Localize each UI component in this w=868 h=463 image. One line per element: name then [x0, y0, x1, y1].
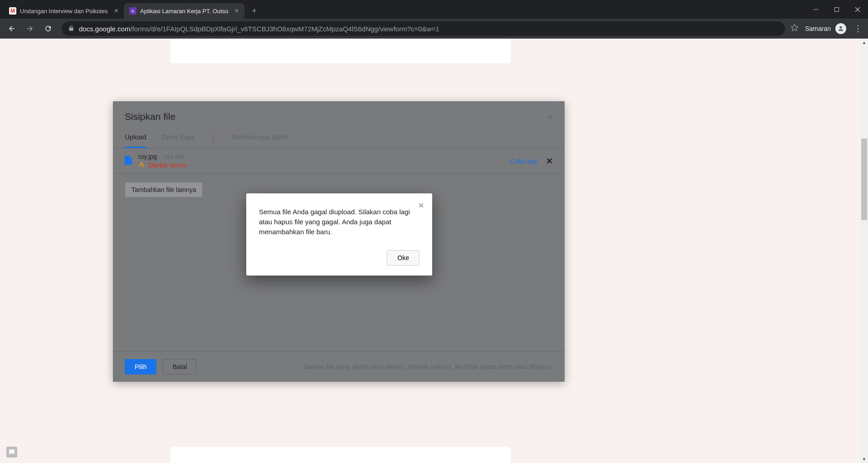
close-icon[interactable]: × [234, 7, 239, 15]
new-tab-button[interactable]: + [248, 5, 261, 17]
tab-title: Aplikasi Lamaran Kerja PT. Outso [140, 8, 228, 15]
warning-icon [138, 161, 145, 169]
footer-note: Salinan file yang dipilih akan dikirim. … [304, 363, 553, 370]
select-button[interactable]: Pilih [125, 359, 156, 374]
file-row: roy.jpg 154.44K Ditolak server Coba lagi… [113, 148, 565, 174]
form-card-fragment [171, 447, 511, 463]
back-button[interactable] [4, 20, 20, 37]
remove-file-button[interactable]: ✕ [546, 156, 553, 166]
svg-rect-1 [835, 7, 839, 11]
kebab-menu-icon[interactable]: ⋮ [852, 24, 864, 34]
scrollbar-thumb[interactable] [861, 138, 867, 220]
file-error-text: Ditolak server [148, 162, 187, 169]
ok-button[interactable]: Oke [387, 250, 419, 266]
svg-point-4 [839, 26, 842, 29]
avatar[interactable] [835, 23, 846, 34]
tab-title: Undangan Interview dan Psikotes [20, 8, 108, 15]
file-icon [125, 156, 132, 167]
url-field[interactable]: docs.google.com/forms/d/e/1FAIpQLSdpBDpX… [62, 21, 785, 36]
picker-tabs: Upload Drive Saya Sebelumnya dipilih [113, 127, 565, 148]
scroll-up-icon[interactable]: ▲ [860, 39, 868, 46]
tab-bar: M Undangan Interview dan Psikotes × ≡ Ap… [0, 0, 868, 19]
file-size: 154.44K [163, 153, 185, 160]
file-name: roy.jpg [138, 153, 157, 160]
alert-message: Semua file Anda gagal diupload. Silakan … [259, 207, 419, 236]
maximize-button[interactable] [826, 0, 847, 19]
browser-chrome: M Undangan Interview dan Psikotes × ≡ Ap… [0, 0, 868, 39]
divider [213, 132, 214, 143]
window-close-button[interactable] [847, 0, 868, 19]
close-icon[interactable]: × [547, 112, 553, 122]
address-bar: docs.google.com/forms/d/e/1FAIpQLSdpBDpX… [0, 19, 868, 39]
close-icon[interactable]: × [114, 7, 118, 15]
reload-button[interactable] [40, 20, 56, 37]
page-content: Sisipkan file × Upload Drive Saya Sebelu… [0, 39, 868, 463]
scroll-down-icon[interactable]: ▼ [860, 455, 868, 463]
alert-dialog: × Semua file Anda gagal diupload. Silaka… [246, 193, 432, 276]
bookmark-star-icon[interactable] [790, 24, 799, 34]
tab-previously-selected[interactable]: Sebelumnya dipilih [232, 127, 289, 148]
form-card-fragment [171, 39, 511, 63]
lock-icon [68, 25, 74, 33]
url-text: docs.google.com/forms/d/e/1FAIpQLSdpBDpX… [79, 25, 439, 33]
minimize-button[interactable] [805, 0, 826, 19]
scrollbar[interactable]: ▲ ▼ [860, 39, 868, 463]
cancel-button[interactable]: Batal [163, 359, 196, 374]
forms-icon: ≡ [129, 7, 137, 15]
tab-upload[interactable]: Upload [125, 127, 146, 148]
file-error: Ditolak server [138, 161, 187, 169]
add-more-files-button[interactable]: Tambahkan file lainnya [125, 182, 203, 197]
window-controls [805, 0, 868, 19]
tab-my-drive[interactable]: Drive Saya [162, 127, 195, 148]
close-icon[interactable]: × [418, 200, 424, 212]
gmail-icon: M [9, 7, 16, 15]
picker-footer: Pilih Batal Salinan file yang dipilih ak… [113, 351, 565, 382]
forward-button[interactable] [22, 20, 38, 37]
feedback-button[interactable] [6, 447, 17, 458]
retry-link[interactable]: Coba lagi [510, 158, 537, 165]
tab-gmail[interactable]: M Undangan Interview dan Psikotes × [4, 3, 124, 19]
profile-name[interactable]: Samaran [805, 25, 831, 32]
tab-forms[interactable]: ≡ Aplikasi Lamaran Kerja PT. Outso × [124, 3, 244, 19]
picker-title: Sisipkan file [125, 111, 176, 122]
